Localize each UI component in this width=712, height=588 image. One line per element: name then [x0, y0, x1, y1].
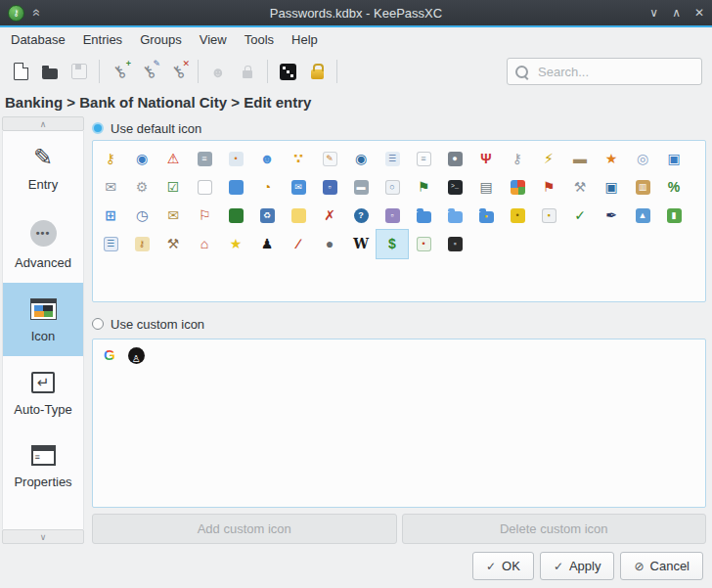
save-database-button[interactable]: [65, 57, 94, 86]
default-icon-apple[interactable]: ●: [314, 230, 345, 258]
apply-button[interactable]: ✓ Apply: [540, 552, 615, 580]
add-custom-icon-button[interactable]: Add custom icon: [92, 514, 397, 544]
default-icon-paper-new[interactable]: [189, 173, 220, 202]
sidebar-item-properties[interactable]: ≡Properties: [3, 430, 83, 502]
default-icon-monitor[interactable]: ▣: [658, 145, 690, 173]
minimize-button[interactable]: ∨: [649, 6, 658, 20]
use-default-icon-row[interactable]: Use default icon: [92, 116, 706, 140]
default-icon-thumbnail[interactable]: ▲: [627, 202, 658, 230]
maximize-button[interactable]: ∧: [672, 6, 681, 20]
new-database-button[interactable]: [6, 57, 35, 86]
default-icon-blackberry[interactable]: ▪: [439, 230, 470, 258]
default-icon-home[interactable]: ⌂: [189, 230, 220, 258]
default-icon-multi-keys[interactable]: ⚷: [502, 145, 533, 173]
search-input[interactable]: [536, 64, 693, 80]
menu-groups[interactable]: Groups: [131, 27, 191, 53]
custom-icon-github[interactable]: ♙: [128, 347, 145, 364]
use-default-icon-radio[interactable]: [92, 122, 104, 134]
menu-entries[interactable]: Entries: [74, 27, 131, 53]
delete-entry-button[interactable]: ⚷✕: [163, 57, 193, 86]
default-icon-configuration[interactable]: ⚙: [126, 173, 157, 202]
default-icon-world-socket[interactable]: ◉: [345, 145, 377, 173]
close-button[interactable]: ✕: [694, 6, 704, 20]
use-custom-icon-radio[interactable]: [92, 318, 104, 330]
open-database-button[interactable]: [35, 57, 65, 86]
default-icon-clock[interactable]: ◷: [126, 202, 157, 230]
default-icon-printer[interactable]: ▤: [470, 173, 502, 202]
default-icon-notepad[interactable]: ✎: [314, 145, 345, 173]
default-icon-email-search[interactable]: ✉: [157, 202, 189, 230]
default-icon-clipboard-ready[interactable]: ☑: [157, 173, 189, 202]
default-icon-memory[interactable]: [220, 202, 251, 230]
default-icon-identity[interactable]: ☰: [377, 145, 408, 173]
search-box[interactable]: [507, 58, 702, 85]
default-icon-world-computer[interactable]: ▣: [596, 173, 627, 202]
menu-view[interactable]: View: [191, 27, 236, 53]
default-icon-trash-bin[interactable]: ♻: [251, 202, 283, 230]
default-icon-paper-flag[interactable]: ⚐: [189, 202, 220, 230]
default-icon-expired[interactable]: ✗: [314, 202, 345, 230]
default-icon-energy-careful[interactable]: ◔: [251, 173, 283, 202]
default-icon-network-server[interactable]: ≡: [189, 145, 220, 173]
default-icon-paper-ready[interactable]: ≡: [408, 145, 439, 173]
default-icon-disk[interactable]: ▫: [314, 173, 345, 202]
default-icon-list[interactable]: ☰: [95, 230, 126, 258]
custom-icon-google[interactable]: G: [104, 347, 115, 363]
default-icon-paper-locked[interactable]: ▪: [533, 202, 564, 230]
default-icon-checked[interactable]: ✓: [564, 202, 596, 230]
use-custom-icon-row[interactable]: Use custom icon: [92, 312, 706, 336]
default-icon-folder-open[interactable]: [439, 202, 470, 230]
default-icon-key[interactable]: ⚷: [95, 145, 126, 173]
sidebar-scroll-up-button[interactable]: ∧: [2, 116, 84, 131]
default-icon-pen[interactable]: ✒: [596, 202, 627, 230]
sidebar-item-icon[interactable]: Icon: [3, 283, 83, 356]
sidebar-scroll-down-button[interactable]: ∨: [2, 529, 84, 544]
default-icon-program-icons[interactable]: [502, 173, 533, 202]
cancel-button[interactable]: ⊘ Cancel: [620, 552, 703, 580]
shade-window-icon[interactable]: «: [30, 9, 44, 17]
default-icon-email[interactable]: ✉: [95, 173, 126, 202]
default-icon-wiki[interactable]: W: [345, 230, 377, 258]
default-icon-console[interactable]: >_: [439, 173, 470, 202]
menu-database[interactable]: Database: [2, 27, 74, 53]
default-icon-user-communication[interactable]: ☻: [251, 145, 283, 173]
default-icon-ir-communication[interactable]: Ψ: [470, 145, 502, 173]
default-icon-user-key[interactable]: ⚷: [126, 230, 157, 258]
default-icon-folder-package[interactable]: ▪: [470, 202, 502, 230]
default-icon-tool[interactable]: ⚒: [157, 230, 189, 258]
default-icon-note[interactable]: [283, 202, 314, 230]
default-icon-energy[interactable]: ⚡: [533, 145, 564, 173]
sidebar-item-advanced[interactable]: •••Advanced: [3, 204, 83, 283]
sidebar-item-entry[interactable]: ✎Entry: [3, 131, 83, 204]
default-icon-digicam[interactable]: ●: [439, 145, 470, 173]
default-icon-archive[interactable]: ▥: [627, 173, 658, 202]
lock-database-button[interactable]: [302, 57, 332, 86]
default-icon-world-star[interactable]: ★: [596, 145, 627, 173]
default-icon-package[interactable]: ▫: [377, 202, 408, 230]
ok-button[interactable]: ✓ OK: [472, 552, 534, 580]
default-icon-paper-q[interactable]: ○: [377, 173, 408, 202]
password-generator-button[interactable]: [273, 57, 302, 86]
app-icon[interactable]: ⚷: [8, 5, 24, 22]
menu-help[interactable]: Help: [283, 27, 327, 53]
default-icon-marked-directory[interactable]: •: [220, 145, 251, 173]
default-icon-world[interactable]: ◉: [126, 145, 157, 173]
default-icon-drive-windows[interactable]: ⊞: [95, 202, 126, 230]
delete-custom-icon-button[interactable]: Delete custom icon: [402, 514, 707, 544]
default-icon-email-box[interactable]: ✉: [283, 173, 314, 202]
default-icon-star[interactable]: ★: [220, 230, 251, 258]
default-icon-settings[interactable]: ⚒: [564, 173, 596, 202]
default-icon-money[interactable]: $: [377, 230, 408, 258]
default-icon-lock-open[interactable]: •: [502, 202, 533, 230]
sidebar-item-auto-type[interactable]: ↵Auto-Type: [3, 356, 83, 430]
default-icon-certificate[interactable]: •: [408, 230, 439, 258]
default-icon-feather[interactable]: ∕: [283, 230, 314, 258]
menu-tools[interactable]: Tools: [236, 27, 283, 53]
default-icon-run[interactable]: ⚑: [533, 173, 564, 202]
default-icon-info[interactable]: ?: [345, 202, 377, 230]
default-icon-warning[interactable]: ⚠: [157, 145, 189, 173]
default-icon-tux[interactable]: ♟: [251, 230, 283, 258]
default-icon-terminal-encrypted[interactable]: ⚑: [408, 173, 439, 202]
default-icon-book[interactable]: ▮: [658, 202, 690, 230]
default-icon-cdrom[interactable]: ◎: [627, 145, 658, 173]
